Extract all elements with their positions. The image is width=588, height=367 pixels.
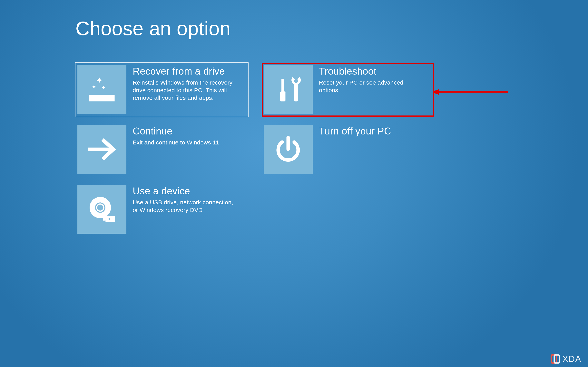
tile-text: Use a device Use a USB drive, network co…	[126, 185, 236, 214]
tile-recover-from-drive[interactable]: Recover from a drive Reinstalls Windows …	[76, 63, 248, 117]
watermark-text: XDA	[562, 354, 581, 364]
svg-rect-0	[89, 95, 114, 101]
tile-text: Recover from a drive Reinstalls Windows …	[126, 65, 236, 102]
svg-point-10	[97, 205, 103, 211]
tile-continue[interactable]: Continue Exit and continue to Windows 11	[76, 123, 248, 176]
tile-use-a-device[interactable]: Use a device Use a USB drive, network co…	[76, 183, 248, 236]
svg-rect-5	[280, 92, 285, 101]
options-grid: Recover from a drive Reinstalls Windows …	[76, 63, 434, 236]
tile-title: Turn off your PC	[319, 126, 391, 137]
tile-description: Use a USB drive, network connection, or …	[133, 199, 236, 214]
tile-title: Recover from a drive	[133, 66, 236, 77]
page-title: Choose an option	[76, 17, 231, 40]
svg-marker-1	[96, 77, 102, 83]
tile-text: Troubleshoot Reset your PC or see advanc…	[313, 65, 422, 94]
svg-rect-4	[281, 79, 284, 92]
tools-icon	[264, 65, 313, 114]
drive-sparkle-icon	[78, 65, 126, 114]
tile-title: Use a device	[133, 185, 236, 197]
tile-description: Reinstalls Windows from the recovery dri…	[133, 79, 236, 102]
tile-description: Exit and continue to Windows 11	[133, 139, 219, 146]
power-icon	[264, 125, 313, 174]
tile-description: Reset your PC or see advanced options	[319, 79, 422, 94]
annotation-arrow	[433, 88, 508, 96]
tile-title: Continue	[133, 126, 219, 137]
svg-rect-6	[294, 83, 298, 101]
tile-text: Continue Exit and continue to Windows 11	[126, 125, 219, 146]
watermark-icon	[550, 354, 561, 364]
svg-marker-3	[102, 86, 105, 89]
svg-rect-14	[103, 217, 106, 221]
svg-rect-15	[109, 218, 110, 220]
tile-title: Troubleshoot	[319, 66, 422, 77]
disc-usb-icon	[78, 185, 126, 234]
tile-turn-off[interactable]: Turn off your PC	[262, 123, 434, 176]
tile-troubleshoot[interactable]: Troubleshoot Reset your PC or see advanc…	[262, 63, 434, 117]
watermark: XDA	[550, 354, 581, 364]
svg-marker-2	[92, 85, 96, 89]
arrow-right-icon	[78, 125, 126, 174]
tile-text: Turn off your PC	[313, 125, 391, 139]
